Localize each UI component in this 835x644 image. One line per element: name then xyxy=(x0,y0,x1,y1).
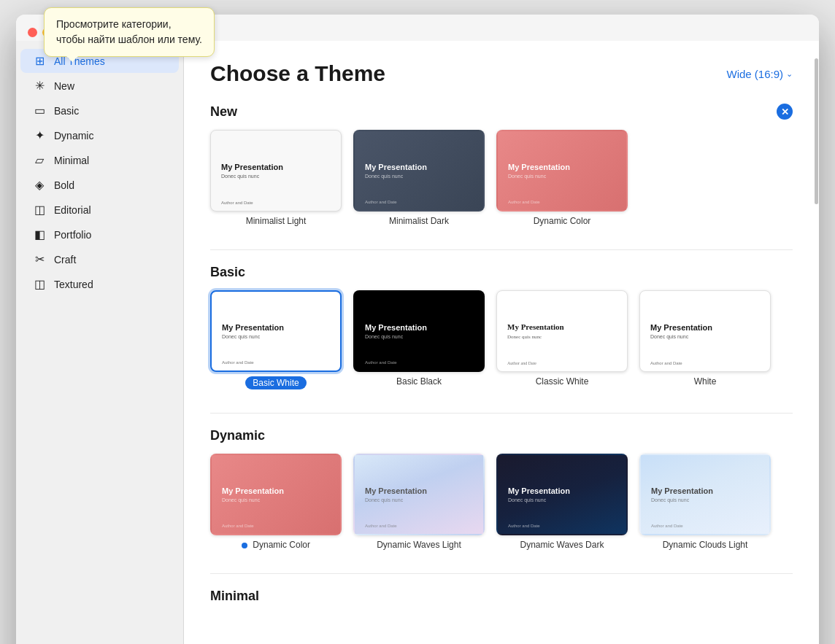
sidebar-item-bold[interactable]: ◈ Bold xyxy=(20,173,179,197)
theme-label-basic-white: Basic White xyxy=(245,376,306,389)
slide-title: My Presentation xyxy=(508,486,616,496)
slide-subtitle: Donec quis nunc xyxy=(507,334,617,340)
tooltip-bubble: Просмотрите категории, чтобы найти шабло… xyxy=(44,7,215,57)
theme-card-white[interactable]: My Presentation Donec quis nunc Author a… xyxy=(639,290,771,389)
window-body: ⊞ All Themes ✳ New ▭ Basic ✦ Dynamic ▱ M… xyxy=(16,41,819,644)
theme-label-dynamic-waves-dark: Dynamic Waves Dark xyxy=(520,540,604,550)
theme-label-dynamic-waves-light: Dynamic Waves Light xyxy=(377,540,461,550)
theme-card-dynamic-color[interactable]: My Presentation Donec quis nunc Author a… xyxy=(210,454,342,550)
sidebar-item-label: Basic xyxy=(54,105,79,117)
slide-subtitle: Donec quis nunc xyxy=(365,334,473,339)
slide-title: My Presentation xyxy=(508,163,616,172)
sidebar-item-label: Craft xyxy=(54,254,76,265)
theme-card-dynamic-waves-dark[interactable]: My Presentation Donec quis nunc Author a… xyxy=(496,454,628,550)
editorial-icon: ◫ xyxy=(32,203,47,217)
portfolio-icon: ◧ xyxy=(32,228,47,241)
theme-label-dynamic-color-new: Dynamic Color xyxy=(534,216,591,226)
slide-author: Author and Date xyxy=(651,524,683,528)
close-new-section-button[interactable]: ✕ xyxy=(777,104,793,120)
sidebar-item-craft[interactable]: ✂ Craft xyxy=(20,247,179,271)
divider-dynamic-minimal xyxy=(210,573,793,574)
slide-author: Author and Date xyxy=(221,201,253,205)
theme-thumbnail-dynamic-clouds-light: My Presentation Donec quis nunc Author a… xyxy=(639,454,771,535)
slide-subtitle: Donec quis nunc xyxy=(365,497,473,503)
sidebar-item-portfolio[interactable]: ◧ Portfolio xyxy=(20,222,179,247)
slide-title: My Presentation xyxy=(222,323,330,333)
section-dynamic-header: Dynamic xyxy=(210,428,793,443)
sidebar: ⊞ All Themes ✳ New ▭ Basic ✦ Dynamic ▱ M… xyxy=(16,41,184,644)
slide-subtitle: Donec quis nunc xyxy=(221,174,331,179)
slide-title: My Presentation xyxy=(650,323,760,333)
theme-thumbnail-dynamic-waves-light: My Presentation Donec quis nunc Author a… xyxy=(353,454,485,535)
all-themes-icon: ⊞ xyxy=(32,54,47,68)
sidebar-item-label: Editorial xyxy=(54,204,91,216)
theme-label-dynamic-clouds-light: Dynamic Clouds Light xyxy=(663,540,748,550)
section-new-title: New xyxy=(210,104,237,120)
textured-icon: ◫ xyxy=(32,277,47,291)
main-content: Choose a Theme Wide (16:9) ⌄ New ✕ xyxy=(184,41,819,644)
aspect-ratio-selector[interactable]: Wide (16:9) ⌄ xyxy=(726,68,793,80)
slide-author: Author and Date xyxy=(508,200,540,204)
theme-card-minimalist-light[interactable]: My Presentation Donec quis nunc Author a… xyxy=(210,130,342,226)
theme-card-dynamic-color-new[interactable]: My Presentation Donec quis nunc Author a… xyxy=(496,130,628,226)
slide-title: My Presentation xyxy=(507,322,617,332)
slide-author: Author and Date xyxy=(365,360,397,365)
new-themes-row: My Presentation Donec quis nunc Author a… xyxy=(210,130,793,226)
slide-author: Author and Date xyxy=(650,361,682,365)
theme-thumbnail-minimalist-dark: My Presentation Donec quis nunc Author a… xyxy=(353,130,485,212)
dynamic-icon: ✦ xyxy=(32,128,47,142)
theme-thumbnail-basic-black: My Presentation Donec quis nunc Author a… xyxy=(353,290,485,372)
app-window: ⊞ All Themes ✳ New ▭ Basic ✦ Dynamic ▱ M… xyxy=(16,15,819,644)
sidebar-item-new[interactable]: ✳ New xyxy=(20,74,179,98)
scrollbar[interactable] xyxy=(813,41,819,644)
scrollbar-thumb xyxy=(815,58,818,204)
aspect-ratio-label: Wide (16:9) xyxy=(726,68,783,80)
close-button[interactable] xyxy=(28,28,37,37)
slide-author: Author and Date xyxy=(222,360,254,365)
slide-title: My Presentation xyxy=(365,163,473,172)
slide-subtitle: Donec quis nunc xyxy=(650,334,760,339)
slide-author: Author and Date xyxy=(507,361,536,365)
theme-label-dynamic-color: Dynamic Color xyxy=(242,540,310,550)
theme-thumbnail-dynamic-waves-dark: My Presentation Donec quis nunc Author a… xyxy=(496,454,628,535)
theme-card-basic-black[interactable]: My Presentation Donec quis nunc Author a… xyxy=(353,290,485,389)
sidebar-item-label: Minimal xyxy=(54,155,89,166)
dynamic-themes-row: My Presentation Donec quis nunc Author a… xyxy=(210,454,793,550)
section-minimal-title: Minimal xyxy=(210,589,259,604)
section-basic-title: Basic xyxy=(210,265,245,280)
sidebar-item-editorial[interactable]: ◫ Editorial xyxy=(20,198,179,222)
section-minimal-header: Minimal xyxy=(210,589,793,604)
theme-card-minimalist-dark[interactable]: My Presentation Donec quis nunc Author a… xyxy=(353,130,485,226)
basic-themes-row: My Presentation Donec quis nunc Author a… xyxy=(210,290,793,389)
sidebar-item-basic[interactable]: ▭ Basic xyxy=(20,98,179,123)
theme-label-classic-white: Classic White xyxy=(536,376,589,387)
section-minimal: Minimal xyxy=(210,589,793,604)
theme-label-white: White xyxy=(694,376,717,387)
divider-new-basic xyxy=(210,249,793,250)
theme-thumbnail-minimalist-light: My Presentation Donec quis nunc Author a… xyxy=(210,130,342,212)
theme-card-dynamic-clouds-light[interactable]: My Presentation Donec quis nunc Author a… xyxy=(639,454,771,550)
theme-card-basic-white[interactable]: My Presentation Donec quis nunc Author a… xyxy=(210,290,342,389)
theme-label-basic-black: Basic Black xyxy=(396,376,442,387)
sidebar-item-dynamic[interactable]: ✦ Dynamic xyxy=(20,123,179,147)
theme-card-dynamic-waves-light[interactable]: My Presentation Donec quis nunc Author a… xyxy=(353,454,485,550)
slide-subtitle: Donec quis nunc xyxy=(508,497,616,503)
craft-icon: ✂ xyxy=(32,252,47,266)
sidebar-item-label: Portfolio xyxy=(54,229,91,241)
sidebar-item-label: Bold xyxy=(54,179,74,191)
section-dynamic-title: Dynamic xyxy=(210,428,265,443)
sidebar-item-textured[interactable]: ◫ Textured xyxy=(20,272,179,296)
slide-author: Author and Date xyxy=(365,524,397,528)
theme-card-classic-white[interactable]: My Presentation Donec quis nunc Author a… xyxy=(496,290,628,389)
theme-thumbnail-white: My Presentation Donec quis nunc Author a… xyxy=(639,290,771,372)
slide-subtitle: Donec quis nunc xyxy=(365,174,473,179)
theme-thumbnail-basic-white: My Presentation Donec quis nunc Author a… xyxy=(210,290,342,372)
selected-dot-icon xyxy=(242,543,247,548)
slide-author: Author and Date xyxy=(508,524,540,528)
theme-thumbnail-dynamic-color: My Presentation Donec quis nunc Author a… xyxy=(210,454,342,535)
slide-subtitle: Donec quis nunc xyxy=(651,497,759,503)
section-new: New ✕ My Presentation Donec quis nunc Au… xyxy=(210,104,793,226)
divider-basic-dynamic xyxy=(210,413,793,414)
slide-title: My Presentation xyxy=(651,486,759,496)
sidebar-item-minimal[interactable]: ▱ Minimal xyxy=(20,148,179,172)
